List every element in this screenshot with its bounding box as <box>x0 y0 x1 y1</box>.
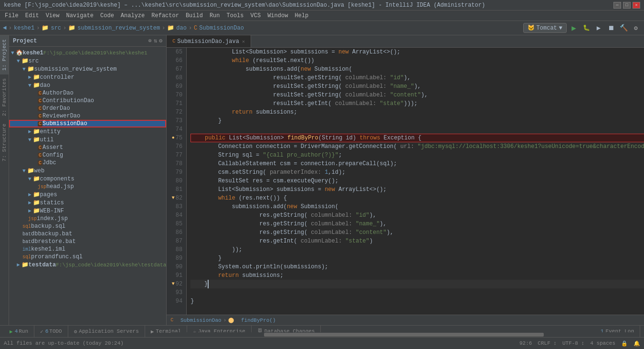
menu-refactor[interactable]: Refactor <box>148 11 182 20</box>
run-button[interactable]: ▶ <box>569 23 579 33</box>
code-line-71: resultSet.getInt( columnLabel: "state"))… <box>190 99 644 108</box>
build-button[interactable]: 🔨 <box>618 23 629 33</box>
folder-web-icon: 📁 <box>27 167 34 174</box>
tree-label-backupsql: backup.sql <box>31 223 65 230</box>
tree-backupsql[interactable]: sql backup.sql <box>9 222 166 230</box>
todo-label: TODO <box>49 328 62 334</box>
tree-reviewerdao[interactable]: C ReviewerDao <box>9 112 166 120</box>
code-content[interactable]: List<Submission> submissions = new Array… <box>187 48 644 315</box>
sidebar-tab-structure[interactable]: 7: Structure <box>0 120 9 165</box>
menu-tools[interactable]: Tools <box>224 11 247 20</box>
tree-jdbc[interactable]: C Jdbc <box>9 159 166 167</box>
bottom-tab-run[interactable]: ▶ 4 Run <box>4 326 34 337</box>
gutter-77: 77 <box>167 151 182 159</box>
fold-icon-92[interactable]: ▼ <box>172 280 175 288</box>
stop-button[interactable]: ⏹ <box>606 23 616 33</box>
run-config-selector[interactable]: 🐱 Tomcat ▼ <box>523 23 567 33</box>
breadcrumb-srs[interactable]: submission_review_system <box>77 25 160 32</box>
tree-dbbackup[interactable]: bat dbbackup.bat <box>9 230 166 238</box>
gutter-74: 74 <box>167 125 182 134</box>
tree-assert[interactable]: C Assert <box>9 144 166 151</box>
sidebar-tab-project[interactable]: 1: Project <box>0 35 9 74</box>
class-icon-footer: C <box>170 317 173 323</box>
menu-edit[interactable]: Edit <box>22 11 42 20</box>
tree-srs[interactable]: ▼ 📁 submission_review_system <box>9 65 166 73</box>
sidebar-tab-favorites[interactable]: 2: Favorites <box>0 74 9 120</box>
debug-button[interactable]: 🐛 <box>581 23 591 33</box>
maximize-button[interactable]: □ <box>623 2 631 9</box>
menu-run[interactable]: Run <box>207 11 223 20</box>
tree-dao[interactable]: ▼ 📁 dao <box>9 81 166 89</box>
tree-indexjsp[interactable]: jsp index.jsp <box>9 215 166 222</box>
coverage-button[interactable]: ▶ <box>593 23 604 33</box>
scrollbar-thumb[interactable] <box>264 333 544 337</box>
tree-iml[interactable]: iml keshe1.iml <box>9 245 166 253</box>
code-line-77: String sql = "{call pro_author(?)}"; <box>190 151 644 159</box>
footer-breadcrumb: C SubmissionDao › ⬤ findByPro() <box>167 315 644 325</box>
horizontal-scrollbar[interactable] <box>170 332 637 337</box>
breadcrumb-submissiondao[interactable]: SubmissionDao <box>199 25 244 32</box>
footer-class-name: SubmissionDao <box>180 317 222 323</box>
menu-view[interactable]: View <box>43 11 63 20</box>
bottom-tab-appservers[interactable]: ⚙ Application Servers <box>68 326 145 337</box>
menu-analyze[interactable]: Analyze <box>118 11 148 20</box>
tree-src[interactable]: ▼ 📁 src <box>9 57 166 65</box>
menu-help[interactable]: Help <box>292 11 311 20</box>
menu-code[interactable]: Code <box>97 11 117 20</box>
tree-pages[interactable]: ► 📁 pages <box>9 190 166 199</box>
minimize-button[interactable]: ─ <box>613 2 621 9</box>
file-tree: ▼ 🏠 keshe1 F:\jsp_code\idea2019\keshe\ke… <box>9 47 166 325</box>
tree-controller[interactable]: ► 📁 controller <box>9 73 166 81</box>
tree-headjsp[interactable]: jsp head.jsp <box>9 183 166 190</box>
code-line-76: Connection connection = DriverManager.ge… <box>190 142 644 151</box>
jsp-icon-head: jsp <box>38 184 46 190</box>
tree-authordao[interactable]: C AuthorDao <box>9 89 166 97</box>
editor-tab-submissiondao[interactable]: C SubmissionDao.java ✕ <box>167 35 251 47</box>
settings-icon[interactable]: ⚙ <box>631 23 641 33</box>
bottom-tab-todo[interactable]: ✓ 6 TODO <box>34 326 68 337</box>
breadcrumb-src[interactable]: src <box>51 25 61 32</box>
tree-components[interactable]: ▼ 📁 components <box>9 175 166 183</box>
tab-close-button[interactable]: ✕ <box>242 39 245 44</box>
menu-vcs[interactable]: VCS <box>248 11 264 20</box>
back-icon[interactable]: ◄ <box>3 24 7 32</box>
tree-webinf[interactable]: ► 📁 WEB-INF <box>9 207 166 215</box>
sync-icon[interactable]: ⇅ <box>154 37 157 44</box>
tree-contributiondao[interactable]: C ContributionDao <box>9 97 166 105</box>
menu-navigate[interactable]: Navigate <box>63 11 96 20</box>
tree-prorandfunc[interactable]: sql prorandfunc.sql <box>9 253 166 261</box>
class-icon-reviewerdao: C <box>38 114 42 119</box>
class-icon-jdbc: C <box>38 160 42 166</box>
tree-config[interactable]: C Config <box>9 151 166 159</box>
menu-build[interactable]: Build <box>183 11 206 20</box>
code-line-78: CallableStatement csm = connection.prepa… <box>190 159 644 168</box>
tree-statics[interactable]: ► 📁 statics <box>9 199 166 207</box>
tree-web[interactable]: ▼ 📁 web <box>9 167 166 175</box>
breadcrumb-keshe1[interactable]: keshe1 <box>14 25 34 32</box>
project-icon: 🏠 <box>16 49 23 56</box>
gutter-85: 85 <box>167 220 182 228</box>
fold-icon-82[interactable]: ▼ <box>172 194 175 202</box>
tree-entity[interactable]: ► 📁 entity <box>9 127 166 136</box>
tree-label-util: util <box>40 137 54 143</box>
tree-dbrestore[interactable]: bat dbrestore.bat <box>9 238 166 245</box>
breadcrumb-dao[interactable]: dao <box>176 25 187 32</box>
tree-util[interactable]: ▼ 📁 util <box>9 136 166 144</box>
code-line-93 <box>190 288 644 297</box>
menu-file[interactable]: File <box>2 11 21 20</box>
add-icon[interactable]: ⊕ <box>148 37 152 44</box>
gutter-70: 70 <box>167 91 182 99</box>
close-button[interactable]: ✕ <box>633 2 640 9</box>
cursor-position: 92:6 <box>519 340 532 347</box>
status-bar: All files are up-to-date (today 20:24) 9… <box>0 337 644 349</box>
code-editor: 65 66 67 68 69 70 71 72 73 74 ●75 76 77 … <box>167 48 644 315</box>
gutter-65: 65 <box>167 48 182 56</box>
gear-icon[interactable]: ⚙ <box>159 37 162 44</box>
tree-testdata[interactable]: ► 📁 testdata F:\jsp_code\idea2019\keshe\… <box>9 261 166 269</box>
folder-src-icon: 📁 <box>21 57 29 64</box>
tree-orderdao[interactable]: C OrderDao <box>9 105 166 112</box>
tree-root[interactable]: ▼ 🏠 keshe1 F:\jsp_code\idea2019\keshe\ke… <box>9 49 166 57</box>
title-bar-controls: ─ □ ✕ <box>613 2 640 9</box>
tree-submissiondao[interactable]: C SubmissionDao <box>9 120 166 127</box>
menu-window[interactable]: Window <box>264 11 291 20</box>
